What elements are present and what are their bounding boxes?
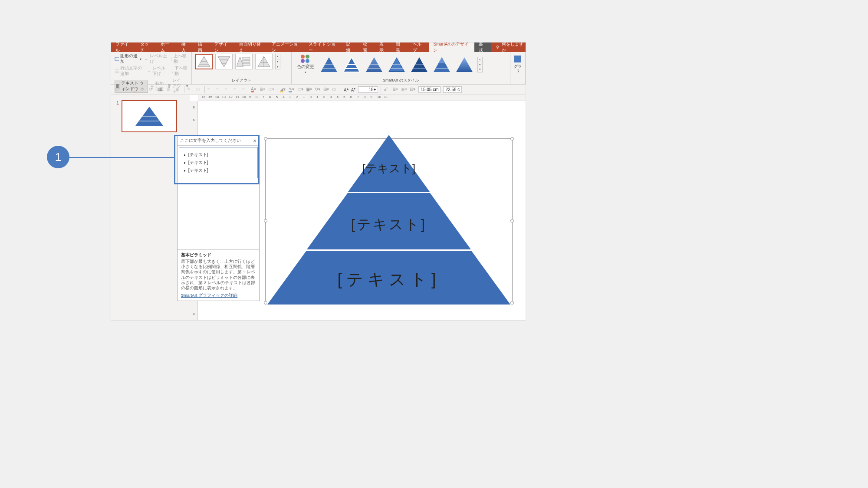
style-intense-effect[interactable] <box>410 56 429 73</box>
style-moderate-effect[interactable] <box>387 56 406 73</box>
font-color-icon[interactable]: A▾ <box>251 87 257 93</box>
change-colors-button[interactable]: 色の変更 ▾ <box>295 54 316 75</box>
spacing-icon[interactable]: ⊡▾ <box>410 87 416 93</box>
indent-icon[interactable]: ▭▾ <box>268 87 274 93</box>
tab-transitions[interactable]: 画面切り替え <box>235 43 267 52</box>
layout-basic-pyramid[interactable] <box>195 54 213 69</box>
style-subtle-effect[interactable] <box>365 56 384 73</box>
tab-insert[interactable]: 挿入 <box>177 43 194 52</box>
style-polished[interactable] <box>432 56 451 73</box>
svg-rect-7 <box>168 84 170 86</box>
decrease-font-icon[interactable]: A▾ <box>351 86 356 92</box>
height-input[interactable]: 22.58 c <box>443 86 462 93</box>
outline-color-icon[interactable]: ✎▾ <box>289 87 295 93</box>
tab-developer[interactable]: 開発 <box>391 43 408 52</box>
smartart-pyramid[interactable]: [テキスト] [テキスト] [テキスト] <box>267 135 510 306</box>
tab-touch[interactable]: タッチ <box>136 43 157 52</box>
tab-slideshow[interactable]: スライド ショー <box>304 43 342 52</box>
selection-icon[interactable]: ▭ <box>332 87 338 93</box>
group-create-graphic: 図形の追加▾ ← レベル上げ ↑ 上へ移動 行頭文字の追加 → レベル下げ ↓ … <box>111 52 192 84</box>
resize-handle[interactable] <box>510 137 514 141</box>
layout-pyramid-list[interactable] <box>235 54 253 69</box>
svg-rect-43 <box>514 56 521 62</box>
tab-draw[interactable]: 描画 <box>194 43 210 52</box>
qat-icon[interactable]: ▭ <box>115 87 121 93</box>
layout-segmented-pyramid[interactable] <box>255 54 273 69</box>
tab-animations[interactable]: アニメーション <box>267 43 304 52</box>
pyramid-level-2-text[interactable]: [テキスト] <box>267 215 510 234</box>
tab-help[interactable]: ヘルプ <box>408 43 429 52</box>
qat-icon[interactable]: ⊞ <box>167 87 173 93</box>
tab-format[interactable]: 書式 <box>474 43 491 52</box>
resize-handle[interactable] <box>510 301 514 305</box>
text-pane-list[interactable]: ●[テキスト] ●[テキスト] ●[テキスト] <box>179 147 258 178</box>
move-up-button[interactable]: ↑ 上へ移動 <box>170 53 188 65</box>
style-simple-fill[interactable] <box>319 56 339 73</box>
shape-icon <box>115 57 119 61</box>
pyramid-level-1-text[interactable]: [テキスト] <box>267 161 510 176</box>
format-painter-icon[interactable]: 🖌 <box>384 87 390 93</box>
qat-icon[interactable]: ▭ <box>196 87 202 93</box>
style-white-outline[interactable] <box>342 56 361 73</box>
fill-color-icon[interactable]: ◢▾ <box>280 87 286 93</box>
list-item[interactable]: ●[テキスト] <box>182 159 255 167</box>
distribute-icon[interactable]: ⊞▾ <box>323 87 329 93</box>
resize-handle[interactable] <box>264 301 267 305</box>
width-input[interactable]: 15.05 cm <box>418 86 441 93</box>
layout-gallery-more[interactable]: ▴▾▾ <box>275 54 280 69</box>
slide-thumbnail-1[interactable] <box>122 100 177 132</box>
smartart-text-pane[interactable]: ここに文字を入力してください ✕ ●[テキスト] ●[テキスト] ●[テキスト]… <box>177 135 260 301</box>
qat-icon[interactable]: ▣ <box>175 87 181 93</box>
align-right-icon[interactable]: ≡ <box>225 87 231 93</box>
align-top-icon[interactable]: ≡ <box>233 87 240 93</box>
tab-smartart-design[interactable]: SmartArt のデザイン <box>429 43 474 52</box>
bullets-icon[interactable]: ◉▾ <box>401 87 407 93</box>
qat-icon[interactable]: ⟳ <box>149 87 155 93</box>
svg-rect-17 <box>243 57 250 59</box>
list-icon[interactable]: ≣▾ <box>260 87 266 93</box>
qat-icon[interactable]: ⟳ <box>141 87 147 93</box>
resize-handle[interactable] <box>264 137 267 141</box>
bullet-icon <box>115 69 119 73</box>
group-layout: ▴▾▾ レイアウト <box>192 52 292 84</box>
add-bullet-button[interactable]: 行頭文字の追加 <box>115 66 144 77</box>
tab-record[interactable]: 記録 <box>342 43 358 52</box>
increase-font-icon[interactable]: A▴ <box>344 86 349 92</box>
paste-icon[interactable]: ≣▾ <box>392 87 398 93</box>
qat-icon[interactable]: 📋 <box>132 87 138 93</box>
group-smartart-styles: 色の変更 ▾ ▴▾▾ SmartArt のスタイル <box>292 52 510 84</box>
tab-design[interactable]: デザイン <box>210 43 235 52</box>
close-icon[interactable]: ✕ <box>253 138 256 143</box>
qat-icon[interactable]: ▦ <box>158 87 164 93</box>
align-icon[interactable]: ▭▾ <box>297 87 303 93</box>
resize-handle[interactable] <box>264 219 267 223</box>
qat-icon[interactable]: ✎ <box>187 87 193 93</box>
resize-handle[interactable] <box>510 219 514 223</box>
tab-file[interactable]: ファイル <box>111 43 136 52</box>
svg-marker-42 <box>456 57 473 72</box>
lightbulb-icon <box>495 45 500 50</box>
list-item[interactable]: ●[テキスト] <box>182 151 255 159</box>
reset-button[interactable]: グラ リ <box>512 54 523 73</box>
qat-icon[interactable]: ✂ <box>123 87 129 93</box>
tab-view[interactable]: 表示 <box>375 43 391 52</box>
font-size-input[interactable]: 18+ <box>358 86 378 93</box>
style-inset[interactable] <box>455 56 474 73</box>
ribbon-tabs: ファイル タッチ ホーム 挿入 描画 デザイン 画面切り替え アニメーション ス… <box>111 43 526 52</box>
layout-inverted-pyramid[interactable] <box>215 54 233 69</box>
tab-review[interactable]: 校閲 <box>358 43 375 52</box>
bring-front-icon[interactable]: ▣▾ <box>306 87 312 93</box>
align-middle-icon[interactable]: ≡ <box>242 87 248 93</box>
demote-button[interactable]: → レベル下げ <box>147 66 168 77</box>
promote-button[interactable]: ← レベル上げ <box>144 53 168 65</box>
align-center-icon[interactable]: ≡ <box>216 87 222 93</box>
move-down-button[interactable]: ↓ 下へ移動 <box>171 66 188 77</box>
align-left-icon[interactable]: ≡ <box>207 87 214 93</box>
rotate-icon[interactable]: ↻▾ <box>315 87 321 93</box>
pyramid-level-3-text[interactable]: [テキスト] <box>267 269 510 291</box>
style-gallery-more[interactable]: ▴▾▾ <box>477 57 483 72</box>
smartart-details-link[interactable]: SmartArt グラフィックの詳細 <box>181 293 237 298</box>
list-item[interactable]: ●[テキスト] <box>182 167 255 174</box>
tab-home[interactable]: ホーム <box>156 43 177 52</box>
add-shape-button[interactable]: 図形の追加▾ <box>115 53 141 65</box>
